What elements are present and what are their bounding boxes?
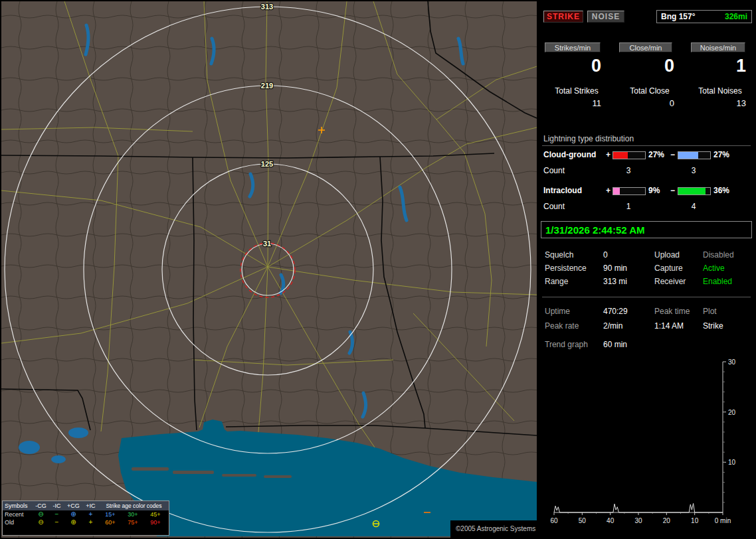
legend-header-ic-neg: -IC <box>49 502 64 509</box>
ic-negative-bar <box>678 187 711 195</box>
ring-label-313: 313 <box>261 3 273 11</box>
range-value: 313 mi <box>603 277 627 286</box>
divider <box>542 297 751 297</box>
svg-text:40: 40 <box>607 517 614 524</box>
total-noises-value: 13 <box>690 98 746 108</box>
ic-negative-count: 4 <box>678 202 709 211</box>
ring-label-219: 219 <box>261 82 273 90</box>
noises-per-min-label: Noises/min <box>691 42 745 52</box>
svg-text:50: 50 <box>579 517 587 524</box>
legend-header-cg-pos: +CG <box>64 502 82 509</box>
strikes-per-min-value: 0 <box>543 56 601 76</box>
svg-text:10: 10 <box>728 459 736 466</box>
plus-icon: + <box>82 519 99 526</box>
cg-positive-bar <box>613 151 646 159</box>
legend-row-old: Old ⊖ − ⊕ + 60+ 75+ 90+ <box>3 518 169 526</box>
upload-label: Upload <box>654 250 680 260</box>
cg-positive-count: 3 <box>613 166 644 175</box>
minus-icon: − <box>49 519 64 526</box>
close-per-min-value: 0 <box>618 56 674 76</box>
receiver-label: Receiver <box>654 277 686 286</box>
legend-row-recent: Recent ⊖ − ⊕ + 15+ 30+ 45+ <box>3 510 169 518</box>
ic-positive-bar <box>613 187 646 195</box>
peak-rate-value: 2/min <box>603 321 622 331</box>
circle-plus-icon: ⊕ <box>64 511 82 518</box>
cg-negative-bar <box>678 151 711 159</box>
ic-negative-pct: 36% <box>713 186 729 195</box>
legend-header: Symbols -CG -IC +CG +IC Strike age color… <box>3 501 169 510</box>
ring-label-125: 125 <box>261 160 273 168</box>
total-noises-label: Total Noises <box>687 86 753 96</box>
persistence-label: Persistence <box>545 264 587 273</box>
copyright: ©2005 Astrogenic Systems <box>450 520 537 538</box>
legend-age-code: 75+ <box>122 519 144 526</box>
noise-button[interactable]: NOISE <box>587 11 624 23</box>
lightning-map[interactable]: 313 219 125 31 ©2005 Astrogenic Systems … <box>1 1 537 538</box>
peak-time-label: Peak time <box>654 307 690 316</box>
count-label: Count <box>543 202 565 211</box>
plot-label: Plot <box>703 307 717 316</box>
strike-button[interactable]: STRIKE <box>543 11 583 23</box>
legend-header-symbols: Symbols <box>3 502 33 509</box>
total-close-value: 0 <box>618 98 674 108</box>
total-close-label: Total Close <box>616 86 683 96</box>
strikes-per-min-label: Strikes/min <box>545 42 601 52</box>
plot-value: Strike <box>703 321 723 331</box>
capture-label: Capture <box>654 264 683 273</box>
cg-negative-count: 3 <box>678 166 709 175</box>
legend-row-label: Old <box>3 519 33 526</box>
cg-positive-pct: 27% <box>648 150 664 159</box>
upload-status: Disabled <box>703 250 734 260</box>
trend-graph-label: Trend graph <box>545 340 588 349</box>
timestamp: 1/31/2026 2:44:52 AM <box>541 221 752 238</box>
trend-graph: 3020106050403020100 min <box>538 350 756 538</box>
legend-age-code: 90+ <box>144 519 167 526</box>
svg-text:20: 20 <box>663 517 671 524</box>
legend-header-age-codes: Strike age color codes <box>99 502 169 509</box>
intracloud-label: Intracloud <box>543 186 582 195</box>
ic-positive-count: 1 <box>613 202 644 211</box>
circle-plus-icon: ⊕ <box>64 519 82 526</box>
bearing-label: Bng 157° <box>657 12 695 21</box>
legend-header-cg-neg: -CG <box>33 502 49 509</box>
bearing-readout: Bng 157° 326mi <box>656 10 752 23</box>
ring-label-31: 31 <box>263 240 271 248</box>
persistence-value: 90 min <box>603 264 627 273</box>
plus-sign: + <box>606 150 611 159</box>
stormvue-app: 313 219 125 31 ©2005 Astrogenic Systems … <box>0 0 756 539</box>
total-strikes-label: Total Strikes <box>543 86 610 96</box>
legend-header-ic-pos: +IC <box>82 502 99 509</box>
noises-per-min-value: 1 <box>690 56 746 76</box>
legend-age-code: 30+ <box>122 511 144 518</box>
legend-age-code: 60+ <box>99 519 122 526</box>
count-label: Count <box>543 166 565 175</box>
trend-graph-window: 60 min <box>603 340 627 349</box>
divider <box>542 145 751 146</box>
legend-age-code: 45+ <box>144 511 167 518</box>
status-panel: STRIKE NOISE Bng 157° 326mi Strikes/min … <box>538 0 756 539</box>
cloud-ground-label: Cloud-ground <box>543 150 596 159</box>
uptime-value: 470:29 <box>603 307 628 316</box>
map-legend: Symbols -CG -IC +CG +IC Strike age color… <box>2 501 169 536</box>
circle-minus-icon: ⊖ <box>33 519 49 526</box>
legend-row-label: Recent <box>3 511 33 518</box>
uptime-label: Uptime <box>545 307 570 316</box>
map-canvas: 313 219 125 31 ©2005 Astrogenic Systems <box>1 1 537 538</box>
squelch-label: Squelch <box>545 250 573 260</box>
bearing-distance: 326mi <box>725 12 747 21</box>
minus-sign: − <box>670 150 675 159</box>
svg-text:30: 30 <box>728 358 736 366</box>
distribution-title: Lightning type distribution <box>543 134 634 143</box>
legend-age-code: 15+ <box>99 511 122 518</box>
plus-sign: + <box>606 186 611 195</box>
copyright-text: ©2005 Astrogenic Systems <box>456 525 535 532</box>
svg-text:30: 30 <box>634 517 642 524</box>
receiver-status: Enabled <box>703 277 732 286</box>
minus-icon: − <box>49 511 64 518</box>
svg-text:0 min: 0 min <box>715 517 731 524</box>
range-label: Range <box>545 277 568 286</box>
minus-sign: − <box>670 186 675 195</box>
svg-text:60: 60 <box>550 517 558 524</box>
capture-status: Active <box>703 264 725 273</box>
squelch-value: 0 <box>603 250 608 260</box>
